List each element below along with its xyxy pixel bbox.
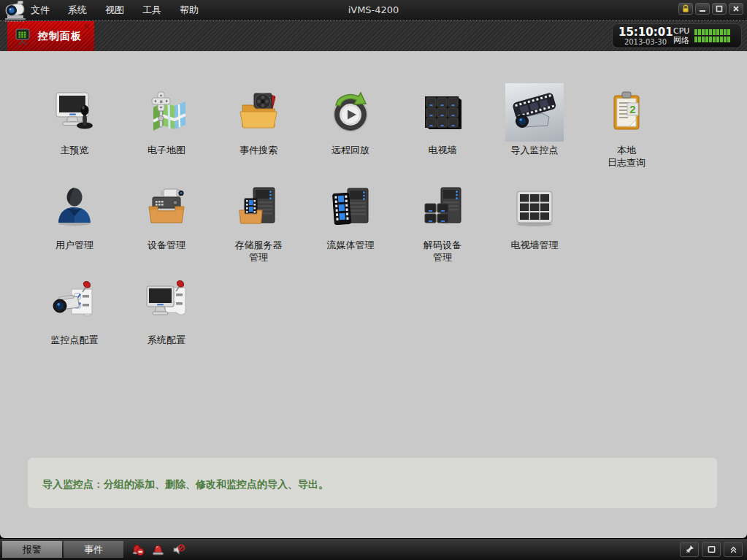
panel-item-label: 本地日志查询: [581, 144, 673, 169]
alarm-clear-icon[interactable]: [131, 542, 145, 556]
statusbar-tab-event[interactable]: 事件: [64, 541, 123, 558]
description-text: 导入监控点：分组的添加、删除、修改和监控点的导入、导出。: [42, 478, 329, 490]
minimize-button[interactable]: [695, 3, 710, 15]
meter-segment: [720, 29, 723, 35]
icon-grid-row: 主预览电子地图事件搜索远程回放电视墙导入监控点2本地日志查询: [28, 83, 673, 178]
meter-segment: [716, 37, 719, 42]
app-logo-icon: [1, 1, 32, 27]
pin-button[interactable]: [680, 542, 699, 557]
clock-date: 2013-03-30: [618, 38, 667, 46]
meter-segment: [727, 29, 730, 35]
clock-block: 15:10:01 2013-03-30: [618, 26, 667, 46]
menu-item-4[interactable]: 帮助: [180, 4, 199, 17]
meter-segment: [716, 29, 719, 35]
alarm-icons: [131, 542, 185, 556]
lock-icon: [681, 4, 690, 13]
collapse-icon: [728, 544, 739, 555]
panel-item-label: 电子地图: [120, 144, 212, 156]
siren-icon[interactable]: [151, 542, 165, 556]
icon-grid-row: 用户管理设备管理存储服务器管理流媒体管理解码设备管理电视墙管理: [28, 178, 673, 273]
panel-item-remote-playback[interactable]: 远程回放: [304, 83, 397, 178]
panel-item-device-management[interactable]: 设备管理: [120, 178, 212, 273]
panel-item-label: 主预览: [28, 144, 120, 156]
restore-panel-icon: [706, 544, 717, 555]
decode-device-icon: [413, 178, 472, 237]
collapse-button[interactable]: [724, 542, 743, 557]
meter-segment: [702, 37, 705, 42]
clock-time: 15:10:01: [618, 26, 667, 38]
device-management-icon: [137, 178, 196, 237]
meter-segment: [709, 29, 712, 35]
minimize-icon: [698, 4, 707, 13]
control-panel-main: 主预览电子地图事件搜索远程回放电视墙导入监控点2本地日志查询用户管理设备管理存储…: [0, 51, 747, 538]
statusbar-tab-alarm[interactable]: 报警: [2, 541, 62, 558]
panel-item-import-camera[interactable]: 导入监控点: [489, 83, 581, 178]
meter-segment: [694, 37, 697, 42]
restore-panel-button[interactable]: [702, 542, 721, 557]
panel-item-camera-config[interactable]: 监控点配置: [28, 273, 120, 368]
import-camera-icon: [505, 83, 564, 142]
meter-segment: [713, 37, 716, 42]
meters: [694, 28, 730, 44]
tab-close-icon[interactable]: ✕: [83, 22, 91, 31]
panel-item-label: 电视墙: [397, 144, 489, 156]
panel-item-main-preview[interactable]: 主预览: [28, 83, 120, 178]
panel-item-local-log[interactable]: 2本地日志查询: [581, 83, 673, 178]
panel-item-stream-media[interactable]: 流媒体管理: [304, 178, 397, 273]
icon-grid-row: 监控点配置系统配置: [28, 273, 673, 368]
panel-item-label: 远程回放: [304, 144, 397, 156]
network-meter: [694, 37, 730, 42]
audio-mute-icon[interactable]: [172, 542, 185, 556]
cpu-meter: [694, 29, 730, 35]
panel-item-tv-wall-management[interactable]: 电视墙管理: [489, 178, 581, 273]
panel-item-storage-server[interactable]: 存储服务器管理: [212, 178, 304, 273]
panel-item-label: 存储服务器管理: [212, 239, 304, 264]
menu-item-3[interactable]: 工具: [142, 4, 161, 17]
panel-item-label: 电视墙管理: [489, 239, 581, 251]
local-log-icon: 2: [597, 83, 656, 142]
system-config-icon: [137, 273, 196, 331]
panel-item-label: 系统配置: [120, 334, 212, 346]
panel-item-system-config[interactable]: 系统配置: [120, 273, 212, 368]
statusbar-right-buttons: [680, 542, 743, 557]
user-management-icon: [45, 178, 104, 237]
meter-segment: [705, 29, 708, 35]
app-window: 文件系统视图工具帮助 iVMS-4200 控制面板 ✕ 15:10:01 201…: [0, 0, 747, 560]
menu-item-1[interactable]: 系统: [68, 4, 87, 17]
panel-item-tv-wall[interactable]: 电视墙: [397, 83, 489, 178]
storage-server-icon: [229, 178, 288, 237]
window-title: iVMS-4200: [348, 0, 399, 20]
panel-item-event-search[interactable]: 事件搜索: [212, 83, 304, 178]
menu-item-2[interactable]: 视图: [105, 4, 124, 17]
tab-bar: 控制面板 ✕ 15:10:01 2013-03-30 CPU 网络: [0, 21, 747, 51]
meter-segment: [720, 37, 723, 42]
close-button[interactable]: [729, 3, 743, 15]
menu-item-0[interactable]: 文件: [31, 4, 50, 17]
meter-segment: [727, 37, 730, 42]
panel-item-decode-device[interactable]: 解码设备管理: [397, 178, 489, 273]
meter-segment: [702, 29, 705, 35]
e-map-icon: [137, 83, 196, 142]
meter-segment: [694, 29, 697, 35]
meter-segment: [698, 37, 701, 42]
panel-item-label: 用户管理: [28, 239, 120, 251]
tv-wall-management-icon: [505, 178, 564, 237]
meter-labels: CPU 网络: [673, 26, 689, 45]
panel-item-e-map[interactable]: 电子地图: [120, 83, 212, 178]
meter-segment: [713, 29, 716, 35]
panel-item-user-management[interactable]: 用户管理: [28, 178, 120, 273]
panel-item-label: 设备管理: [120, 239, 212, 251]
pin-icon: [684, 544, 695, 555]
meter-segment: [709, 37, 712, 42]
camera-config-icon: [45, 273, 104, 331]
maximize-button[interactable]: [712, 3, 727, 15]
lock-button[interactable]: [678, 3, 693, 15]
meter-segment: [698, 29, 701, 35]
panel-item-label: 事件搜索: [212, 144, 304, 156]
network-label: 网络: [673, 36, 689, 45]
description-panel: 导入监控点：分组的添加、删除、修改和监控点的导入、导出。: [28, 458, 717, 508]
event-search-icon: [229, 83, 288, 142]
remote-playback-icon: [321, 83, 380, 142]
panel-item-label: 解码设备管理: [397, 239, 489, 264]
panel-item-label: 监控点配置: [28, 334, 120, 346]
